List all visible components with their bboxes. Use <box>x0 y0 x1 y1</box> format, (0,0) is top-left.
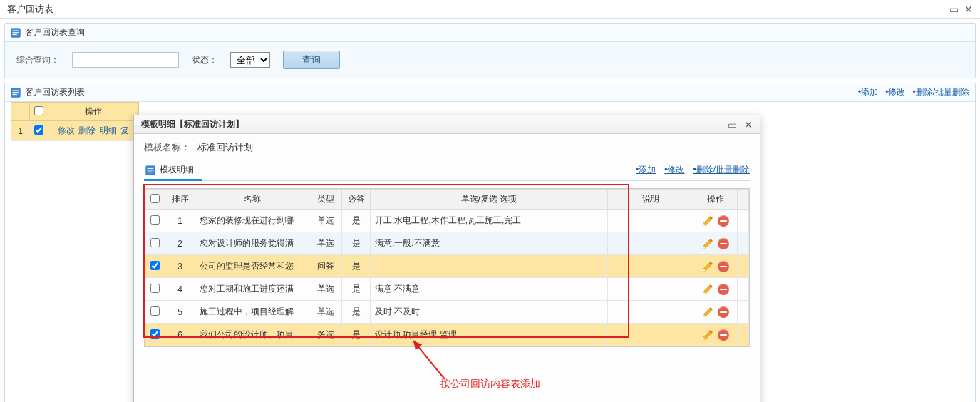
row-checkbox-cell <box>145 232 165 255</box>
pencil-icon[interactable] <box>702 261 713 272</box>
main-select-all[interactable] <box>34 106 43 115</box>
status-select[interactable]: 全部 <box>230 52 270 68</box>
search-panel: 客户回访表查询 综合查询： 状态： 全部 查询 <box>4 23 976 78</box>
minimize-icon[interactable]: ▭ <box>949 4 959 15</box>
table-row[interactable]: 2 您对设计师的服务觉得满 单选 是 满意,一般,不满意 <box>145 232 749 255</box>
row-required: 是 <box>342 301 371 324</box>
row-checkbox-cell <box>145 210 165 232</box>
delete-icon[interactable] <box>718 238 729 249</box>
row-spacer <box>738 255 749 278</box>
search-body: 综合查询： 状态： 全部 查询 <box>5 42 975 78</box>
detail-select-all[interactable] <box>150 194 160 203</box>
dialog-close-icon[interactable]: ✕ <box>744 119 753 130</box>
row-ops <box>693 210 738 232</box>
row-checkbox[interactable] <box>150 306 160 316</box>
table-row[interactable]: 1 您家的装修现在进行到哪 单选 是 开工,水电工程,木作工程,瓦工施工,完工 <box>145 210 749 232</box>
pencil-icon[interactable] <box>702 306 713 318</box>
table-row[interactable]: 1 修改 删除 明细 复 <box>11 121 139 141</box>
add-link[interactable]: •添加 <box>858 86 878 98</box>
row-checkbox[interactable] <box>150 261 160 270</box>
row-detail-link[interactable]: 明细 <box>100 125 117 135</box>
search-panel-title: 客户回访表查询 <box>25 26 85 38</box>
dialog-minimize-icon[interactable]: ▭ <box>728 119 737 130</box>
row-name: 您对设计师的服务觉得满 <box>195 232 309 255</box>
row-order: 4 <box>165 278 195 301</box>
detail-table: 排序 名称 类型 必答 单选/复选 选项 说明 操作 <box>145 189 749 346</box>
row-name: 您对工期和施工进度还满 <box>195 278 309 301</box>
svg-rect-10 <box>148 170 154 170</box>
pencil-icon[interactable] <box>702 329 713 341</box>
delete-icon[interactable] <box>718 215 729 227</box>
detail-delete-link[interactable]: •删除/批量删除 <box>693 164 750 176</box>
row-desc <box>608 255 693 278</box>
detail-col-checkbox <box>145 190 165 210</box>
row-required: 是 <box>342 232 371 255</box>
detail-col-options: 单选/复选 选项 <box>371 190 608 210</box>
detail-col-ops: 操作 <box>693 190 738 210</box>
row-options: 设计师,项目经理,监理 <box>371 324 608 346</box>
table-row[interactable]: 3 公司的监理是否经常和您 问答 是 <box>145 255 749 278</box>
svg-rect-7 <box>13 93 17 94</box>
row-edit-link[interactable]: 修改 <box>58 125 75 135</box>
row-required: 是 <box>342 278 371 301</box>
table-row[interactable]: 4 您对工期和施工进度还满 单选 是 满意,不满意 <box>145 278 749 301</box>
row-desc <box>608 301 693 324</box>
dialog-titlebar[interactable]: 模板明细【标准回访计划】 ▭ ✕ <box>134 115 760 134</box>
delete-icon[interactable] <box>718 329 729 341</box>
table-row[interactable]: 5 施工过程中，项目经理解 单选 是 及时,不及时 <box>145 301 749 324</box>
row-order: 3 <box>165 255 195 278</box>
row-desc <box>608 232 693 255</box>
delete-icon[interactable] <box>718 306 729 318</box>
detail-add-link[interactable]: •添加 <box>636 164 656 176</box>
row-ops <box>693 278 738 301</box>
pencil-icon[interactable] <box>702 284 713 295</box>
row-type: 问答 <box>309 255 342 278</box>
pencil-icon[interactable] <box>702 238 713 249</box>
comprehensive-input[interactable] <box>72 52 179 68</box>
row-checkbox[interactable] <box>150 329 160 339</box>
table-row[interactable]: 6 我们公司的设计师、项目 多选 是 设计师,项目经理,监理 <box>145 324 749 346</box>
row-spacer <box>738 232 749 255</box>
row-copy-link[interactable]: 复 <box>120 125 129 135</box>
row-spacer <box>738 210 749 232</box>
template-detail-dialog: 模板明细【标准回访计划】 ▭ ✕ 模板名称： 标准回访计划 <box>133 115 760 402</box>
edit-link[interactable]: •修改 <box>885 86 905 98</box>
row-type: 多选 <box>309 324 342 346</box>
row-required: 是 <box>342 255 371 278</box>
detail-edit-link[interactable]: •修改 <box>664 164 684 176</box>
search-button[interactable]: 查询 <box>283 51 340 69</box>
close-icon[interactable]: ✕ <box>964 4 973 15</box>
main-table: 操作 1 修改 删除 明细 复 <box>11 102 139 141</box>
delete-icon[interactable] <box>718 261 729 272</box>
row-order: 2 <box>165 232 195 255</box>
template-name-field: 模板名称： 标准回访计划 <box>144 141 750 154</box>
pencil-icon[interactable] <box>702 215 713 227</box>
svg-rect-3 <box>13 34 17 34</box>
row-name: 我们公司的设计师、项目 <box>195 324 309 346</box>
row-order: 5 <box>165 301 195 324</box>
template-name-value: 标准回访计划 <box>197 141 253 154</box>
status-label: 状态： <box>192 54 217 66</box>
row-type: 单选 <box>309 210 342 232</box>
detail-col-name: 名称 <box>195 190 309 210</box>
window-title: 客户回访表 <box>7 3 53 16</box>
row-delete-link[interactable]: 删除 <box>78 125 96 135</box>
detail-panel-header: 模板明细 •添加 •修改 •删除/批量删除 <box>144 161 750 181</box>
detail-col-required: 必答 <box>342 190 371 210</box>
detail-col-type: 类型 <box>309 190 342 210</box>
delete-link[interactable]: •删除/批量删除 <box>912 86 969 98</box>
row-type: 单选 <box>309 232 342 255</box>
delete-icon[interactable] <box>718 284 729 295</box>
detail-actions: •添加 •修改 •删除/批量删除 <box>636 164 750 176</box>
row-checkbox-cell <box>145 301 165 324</box>
detail-col-order: 排序 <box>165 190 195 210</box>
row-checkbox[interactable] <box>150 238 160 247</box>
row-checkbox[interactable] <box>150 215 160 225</box>
list-actions: •添加 •修改 •删除/批量删除 <box>858 86 969 98</box>
form-icon <box>145 165 155 175</box>
row-spacer <box>738 278 749 301</box>
svg-rect-11 <box>148 171 152 172</box>
row-name: 施工过程中，项目经理解 <box>195 301 309 324</box>
row-checkbox[interactable] <box>34 125 43 135</box>
row-checkbox[interactable] <box>150 284 160 293</box>
